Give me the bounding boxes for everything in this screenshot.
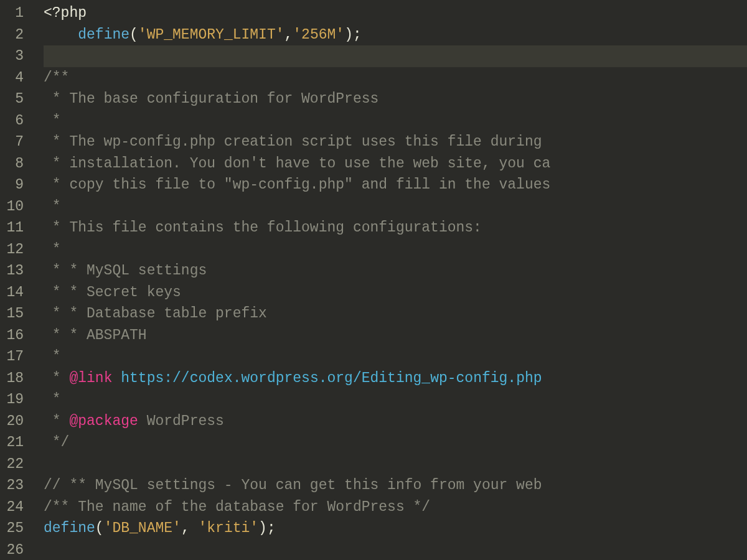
string-literal: 'WP_MEMORY_LIMIT': [138, 27, 284, 43]
code-line[interactable]: [44, 454, 747, 475]
code-line-current[interactable]: [44, 45, 747, 67]
docblock-end: */: [44, 434, 69, 450]
line-number: 11: [5, 217, 24, 239]
line-number: 12: [5, 239, 24, 261]
docblock-prefix: *: [44, 413, 69, 429]
code-line[interactable]: * installation. You don't have to use th…: [44, 153, 747, 175]
docblock-text: *: [44, 348, 61, 365]
line-number: 19: [5, 389, 24, 411]
string-literal: '256M': [293, 27, 344, 43]
docblock-tag-link: @link: [69, 370, 112, 386]
code-line[interactable]: [44, 539, 747, 561]
line-number: 7: [5, 131, 24, 153]
code-line[interactable]: define('DB_NAME', 'kriti');: [44, 518, 747, 539]
code-editor[interactable]: 1 2 3 4 5 6 7 8 9 10 11 12 13 14 15 16 1…: [0, 0, 747, 560]
docblock-text: *: [44, 241, 61, 258]
code-line[interactable]: *: [44, 196, 747, 218]
line-number: 23: [5, 475, 24, 497]
code-line[interactable]: * * ABSPATH: [44, 325, 747, 347]
code-line[interactable]: <?php: [44, 2, 747, 24]
docblock-text: *: [44, 198, 61, 215]
docblock-prefix: *: [44, 370, 69, 386]
line-number: 8: [5, 153, 24, 175]
code-line[interactable]: * copy this file to "wp-config.php" and …: [44, 174, 747, 196]
docblock-pkg-name: WordPress: [147, 413, 224, 429]
docblock-text: * * ABSPATH: [44, 327, 147, 343]
string-literal: 'DB_NAME': [104, 520, 181, 536]
code-line[interactable]: * This file contains the following confi…: [44, 217, 747, 239]
docblock-text: *: [44, 113, 61, 129]
php-open-tag: <?php: [44, 5, 87, 21]
code-line[interactable]: *: [44, 389, 747, 411]
line-number: 15: [5, 303, 24, 325]
line-comment: // ** MySQL settings - You can get this …: [44, 477, 550, 493]
line-number: 3: [5, 45, 24, 67]
line-number-gutter: 1 2 3 4 5 6 7 8 9 10 11 12 13 14 15 16 1…: [0, 0, 31, 560]
line-number: 20: [5, 411, 24, 432]
code-line[interactable]: */: [44, 432, 747, 454]
func-define: define: [44, 520, 95, 536]
code-line[interactable]: * The wp-config.php creation script uses…: [44, 131, 747, 153]
line-number: 26: [5, 539, 24, 561]
line-number: 16: [5, 325, 24, 347]
code-line[interactable]: define('WP_MEMORY_LIMIT','256M');: [44, 24, 747, 46]
docblock-text: * The wp-config.php creation script uses…: [44, 134, 550, 150]
code-line[interactable]: *: [44, 346, 747, 368]
docblock-url: https://codex.wordpress.org/Editing_wp-c…: [121, 370, 542, 386]
code-line[interactable]: *: [44, 110, 747, 132]
code-area[interactable]: <?php define('WP_MEMORY_LIMIT','256M');/…: [31, 0, 747, 560]
docblock-text: *: [44, 391, 61, 408]
code-line[interactable]: * The base configuration for WordPress: [44, 88, 747, 110]
code-line[interactable]: // ** MySQL settings - You can get this …: [44, 475, 747, 497]
docblock-text: * * Secret keys: [44, 284, 181, 301]
line-number: 9: [5, 174, 24, 196]
docblock-tag-package: @package: [69, 413, 138, 429]
docblock-text: * The base configuration for WordPress: [44, 91, 378, 107]
line-number: 17: [5, 346, 24, 368]
line-number: 10: [5, 196, 24, 218]
docblock-start: /**: [44, 70, 69, 86]
code-line[interactable]: /** The name of the database for WordPre…: [44, 497, 747, 518]
line-number: 1: [5, 2, 24, 24]
docblock-text: * installation. You don't have to use th…: [44, 156, 550, 172]
line-number: 24: [5, 497, 24, 518]
line-number: 18: [5, 368, 24, 390]
code-line[interactable]: * @package WordPress: [44, 411, 747, 432]
line-number: 22: [5, 454, 24, 475]
code-line[interactable]: * * MySQL settings: [44, 260, 747, 282]
line-number: 2: [5, 24, 24, 46]
block-comment: /** The name of the database for WordPre…: [44, 499, 430, 515]
line-number: 21: [5, 432, 24, 454]
docblock-text: * * Database table prefix: [44, 306, 267, 322]
line-number: 6: [5, 110, 24, 132]
code-line[interactable]: * * Secret keys: [44, 282, 747, 304]
line-number: 13: [5, 260, 24, 282]
code-line[interactable]: * @link https://codex.wordpress.org/Edit…: [44, 368, 747, 390]
code-line[interactable]: *: [44, 239, 747, 261]
docblock-text: * * MySQL settings: [44, 263, 207, 279]
code-line[interactable]: * * Database table prefix: [44, 303, 747, 325]
docblock-text: * copy this file to "wp-config.php" and …: [44, 177, 550, 193]
docblock-text: * This file contains the following confi…: [44, 220, 482, 236]
line-number: 25: [5, 518, 24, 539]
code-line[interactable]: /**: [44, 67, 747, 89]
string-literal: 'kriti': [198, 520, 258, 536]
line-number: 4: [5, 67, 24, 89]
func-define: define: [78, 27, 129, 43]
line-number: 14: [5, 282, 24, 304]
line-number: 5: [5, 88, 24, 110]
